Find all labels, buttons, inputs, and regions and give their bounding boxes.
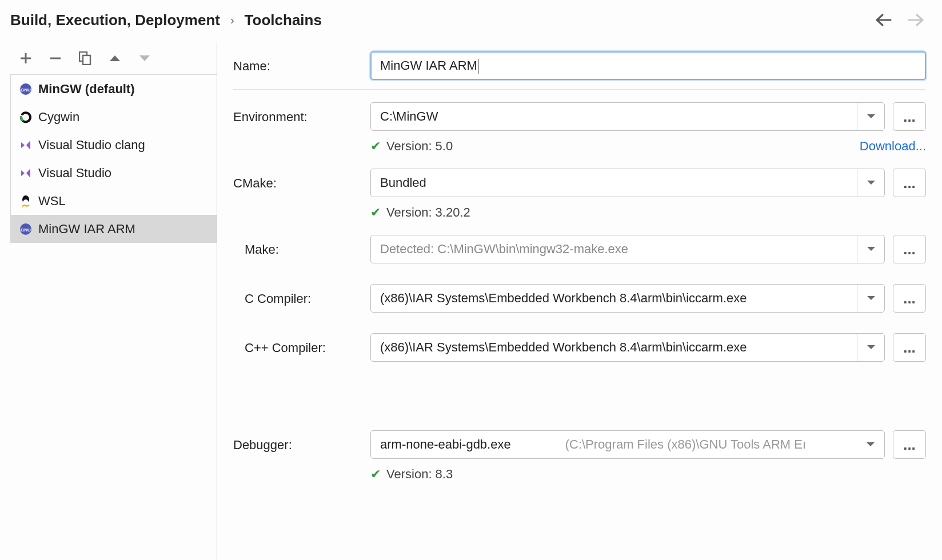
make-browse-button[interactable]: ... (893, 235, 926, 263)
gnu-icon: GNU (19, 222, 33, 236)
cpp-compiler-value: (x86)\IAR Systems\Embedded Workbench 8.4… (380, 340, 857, 355)
environment-version: Version: 5.0 (386, 139, 453, 154)
cmake-value: Bundled (380, 175, 857, 190)
svg-text:GNU: GNU (21, 227, 31, 233)
move-down-button[interactable] (138, 54, 151, 62)
cmake-browse-button[interactable]: ... (893, 169, 926, 197)
visual-studio-icon (19, 138, 33, 152)
c-compiler-combo[interactable]: (x86)\IAR Systems\Embedded Workbench 8.4… (370, 284, 885, 313)
copy-button[interactable] (79, 51, 91, 65)
chevron-down-icon[interactable] (857, 169, 884, 197)
toolchain-list: GNU MinGW (default) Cygwin Visual Studio… (10, 74, 217, 243)
debugger-hint: (C:\Program Files (x86)\GNU Tools ARM Eı (565, 437, 806, 452)
cpp-compiler-browse-button[interactable]: ... (893, 333, 926, 362)
name-label: Name: (233, 58, 370, 74)
environment-label: Environment: (233, 109, 370, 125)
c-compiler-label: C Compiler: (233, 290, 370, 306)
toolchain-item-label: MinGW (default) (38, 82, 135, 97)
remove-button[interactable] (49, 52, 62, 65)
cygwin-icon (19, 110, 33, 124)
nav-back-button[interactable] (873, 10, 893, 30)
c-compiler-value: (x86)\IAR Systems\Embedded Workbench 8.4… (380, 291, 857, 306)
divider (233, 89, 926, 90)
debugger-label: Debugger: (233, 437, 370, 453)
svg-rect-1 (83, 55, 90, 65)
toolchain-item-label: Visual Studio (38, 166, 111, 181)
svg-text:GNU: GNU (21, 87, 31, 93)
debugger-value: arm-none-eabi-gdb.exe (380, 437, 511, 452)
chevron-down-icon[interactable] (857, 334, 884, 361)
toolchain-item-wsl[interactable]: WSL (11, 187, 217, 215)
toolchain-item-label: MinGW IAR ARM (38, 222, 135, 237)
cmake-combo[interactable]: Bundled (370, 169, 885, 197)
toolchain-item-mingw-default[interactable]: GNU MinGW (default) (11, 75, 217, 103)
breadcrumb: Build, Execution, Deployment › Toolchain… (10, 11, 322, 29)
gnu-icon: GNU (19, 82, 33, 96)
debugger-version: Version: 8.3 (386, 467, 453, 482)
name-input[interactable]: MinGW IAR ARM (370, 51, 926, 80)
download-link[interactable]: Download... (860, 139, 926, 154)
environment-browse-button[interactable]: ... (893, 102, 926, 131)
chevron-down-icon[interactable] (857, 285, 884, 312)
debugger-combo[interactable]: arm-none-eabi-gdb.exe (C:\Program Files … (370, 430, 885, 459)
check-icon: ✔ (370, 467, 381, 482)
cpp-compiler-label: C++ Compiler: (233, 339, 370, 355)
chevron-right-icon: › (230, 14, 234, 27)
make-placeholder: Detected: C:\MinGW\bin\mingw32-make.exe (380, 242, 857, 257)
check-icon: ✔ (370, 139, 381, 154)
visual-studio-icon (19, 166, 33, 180)
debugger-browse-button[interactable]: ... (893, 430, 926, 459)
toolchain-item-vs-clang[interactable]: Visual Studio clang (11, 131, 217, 159)
toolchain-item-label: Visual Studio clang (38, 138, 145, 153)
tux-icon (19, 194, 33, 208)
sidebar-toolbar (10, 42, 217, 74)
chevron-down-icon[interactable] (857, 431, 884, 458)
move-up-button[interactable] (109, 54, 121, 62)
toolchain-item-mingw-iar-arm[interactable]: GNU MinGW IAR ARM (11, 215, 217, 243)
add-button[interactable] (19, 52, 32, 65)
toolchain-item-cygwin[interactable]: Cygwin (11, 103, 217, 131)
check-icon: ✔ (370, 205, 381, 220)
toolchain-item-vs[interactable]: Visual Studio (11, 159, 217, 187)
chevron-down-icon[interactable] (857, 235, 884, 263)
breadcrumb-parent[interactable]: Build, Execution, Deployment (10, 11, 220, 29)
environment-combo[interactable]: C:\MinGW (370, 102, 885, 131)
cpp-compiler-combo[interactable]: (x86)\IAR Systems\Embedded Workbench 8.4… (370, 333, 885, 362)
toolchain-item-label: WSL (38, 194, 66, 209)
cmake-label: CMake: (233, 175, 370, 191)
cmake-version: Version: 3.20.2 (386, 205, 470, 220)
environment-value: C:\MinGW (380, 109, 857, 124)
toolchain-item-label: Cygwin (38, 110, 79, 125)
c-compiler-browse-button[interactable]: ... (893, 284, 926, 313)
make-label: Make: (233, 241, 370, 257)
chevron-down-icon[interactable] (857, 103, 884, 130)
breadcrumb-current: Toolchains (245, 11, 322, 29)
nav-forward-button (907, 10, 926, 30)
make-combo[interactable]: Detected: C:\MinGW\bin\mingw32-make.exe (370, 235, 885, 263)
